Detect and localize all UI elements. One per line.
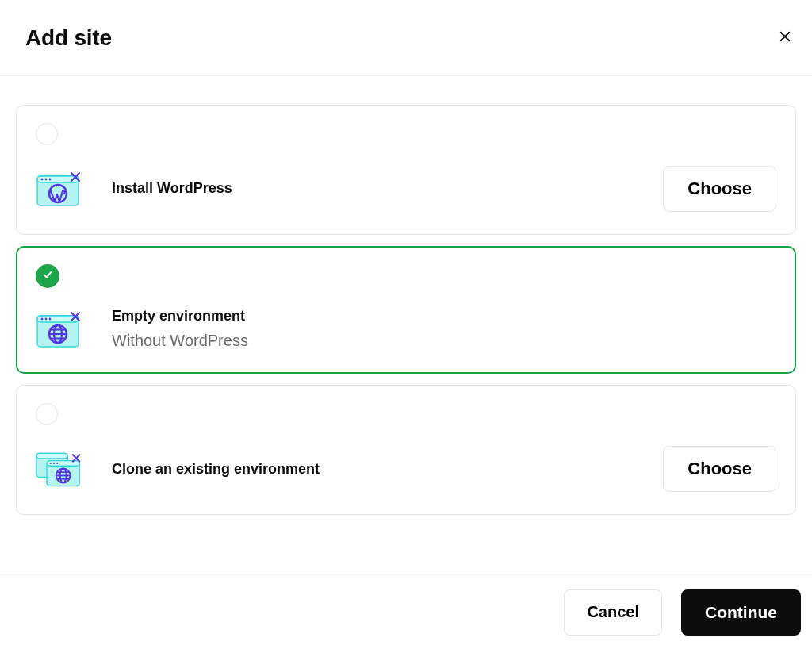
dialog-title: Add site [25, 25, 112, 51]
dialog-body: Install WordPress Choose [0, 76, 812, 574]
svg-point-6 [49, 179, 52, 181]
option-labels: Install WordPress [112, 179, 634, 198]
cancel-button[interactable]: Cancel [564, 589, 662, 636]
option-row: Clone an existing environment Choose [36, 446, 776, 492]
option-install-wordpress[interactable]: Install WordPress Choose [16, 105, 796, 235]
option-title: Clone an existing environment [112, 460, 634, 478]
svg-point-26 [50, 463, 52, 464]
svg-point-28 [56, 463, 58, 464]
clone-environment-icon [36, 451, 83, 487]
close-button[interactable] [771, 24, 799, 52]
dialog-footer: Cancel Continue [0, 574, 812, 649]
option-subtitle: Without WordPress [112, 330, 776, 351]
option-empty-environment[interactable]: Empty environment Without WordPress [16, 246, 796, 374]
svg-point-4 [41, 179, 44, 181]
option-labels: Clone an existing environment [112, 460, 634, 478]
svg-rect-23 [36, 454, 67, 459]
svg-point-27 [53, 463, 55, 464]
radio-unchecked[interactable] [36, 123, 58, 145]
radio-checked[interactable] [36, 264, 59, 288]
empty-environment-icon [36, 311, 83, 348]
install-wordpress-icon [36, 171, 83, 207]
choose-button[interactable]: Choose [663, 446, 776, 492]
svg-point-13 [45, 317, 48, 320]
dialog-header: Add site [0, 0, 812, 76]
option-title: Empty environment [112, 307, 776, 325]
option-row: Install WordPress Choose [36, 166, 776, 212]
svg-point-12 [41, 317, 44, 320]
check-icon [42, 269, 53, 283]
radio-unchecked[interactable] [36, 403, 58, 425]
option-labels: Empty environment Without WordPress [112, 307, 776, 351]
add-site-dialog: Add site [0, 0, 812, 649]
option-row: Empty environment Without WordPress [36, 307, 776, 351]
svg-rect-25 [47, 461, 79, 467]
close-icon [778, 29, 792, 46]
svg-point-14 [49, 317, 52, 320]
choose-button[interactable]: Choose [663, 166, 776, 212]
option-title: Install WordPress [112, 179, 634, 198]
continue-button[interactable]: Continue [681, 589, 801, 636]
option-clone-environment[interactable]: Clone an existing environment Choose [16, 385, 796, 515]
svg-point-5 [45, 179, 48, 181]
